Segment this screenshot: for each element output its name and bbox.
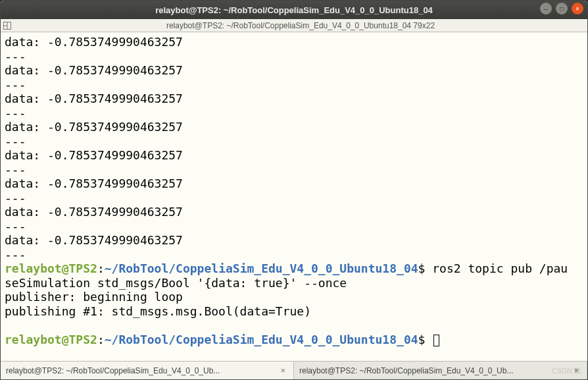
separator-line: ---	[5, 134, 583, 149]
window-controls: – □ ×	[540, 3, 583, 14]
output-line: publisher: beginning loop	[5, 290, 583, 304]
sub-title: relaybot@TPS2: ~/RobTool/CoppeliaSim_Edu…	[14, 21, 587, 30]
tab-label: relaybot@TPS2: ~/RobTool/CoppeliaSim_Edu…	[6, 366, 274, 375]
terminal-window: relaybot@TPS2: ~/RobTool/CoppeliaSim_Edu…	[0, 0, 588, 380]
sub-titlebar: relaybot@TPS2: ~/RobTool/CoppeliaSim_Edu…	[1, 19, 587, 32]
split-pane-icon[interactable]	[1, 22, 14, 30]
command-continuation: seSimulation std_msgs/Bool '{data: true}…	[5, 276, 583, 290]
tab-close-icon[interactable]: ×	[278, 366, 288, 375]
data-line: data: -0.7853749990463257	[5, 148, 583, 163]
output-line: publishing #1: std_msgs.msg.Bool(data=Tr…	[5, 304, 583, 319]
separator-line: ---	[5, 163, 583, 177]
tab-bar: relaybot@TPS2: ~/RobTool/CoppeliaSim_Edu…	[1, 361, 587, 379]
data-line: data: -0.7853749990463257	[5, 233, 583, 248]
data-line: data: -0.7853749990463257	[5, 63, 583, 78]
tab-2[interactable]: relaybot@TPS2: ~/RobTool/CoppeliaSim_Edu…	[294, 362, 587, 379]
separator-line: ---	[5, 106, 583, 121]
titlebar[interactable]: relaybot@TPS2: ~/RobTool/CoppeliaSim_Edu…	[1, 1, 587, 19]
cursor	[433, 335, 439, 346]
separator-line: ---	[5, 78, 583, 92]
data-line: data: -0.7853749990463257	[5, 205, 583, 219]
tab-label: relaybot@TPS2: ~/RobTool/CoppeliaSim_Edu…	[299, 366, 567, 375]
data-line: data: -0.7853749990463257	[5, 120, 583, 134]
separator-line: ---	[5, 219, 583, 234]
separator-line: ---	[5, 49, 583, 64]
close-button[interactable]: ×	[572, 3, 583, 14]
minimize-button[interactable]: –	[540, 3, 552, 14]
maximize-button[interactable]: □	[556, 3, 568, 14]
data-line: data: -0.7853749990463257	[5, 92, 583, 106]
data-line: data: -0.7853749990463257	[5, 176, 583, 191]
tab-close-icon[interactable]: ×	[571, 366, 581, 375]
separator-line: ---	[5, 248, 583, 262]
data-line: data: -0.7853749990463257	[5, 35, 583, 49]
prompt-line: relaybot@TPS2:~/RobTool/CoppeliaSim_Edu_…	[5, 261, 583, 276]
separator-line: ---	[5, 191, 583, 205]
terminal-content[interactable]: data: -0.7853749990463257---data: -0.785…	[1, 32, 587, 361]
window-title: relaybot@TPS2: ~/RobTool/CoppeliaSim_Edu…	[1, 5, 587, 15]
prompt-line[interactable]: relaybot@TPS2:~/RobTool/CoppeliaSim_Edu_…	[5, 333, 583, 347]
tab-1[interactable]: relaybot@TPS2: ~/RobTool/CoppeliaSim_Edu…	[1, 362, 294, 379]
